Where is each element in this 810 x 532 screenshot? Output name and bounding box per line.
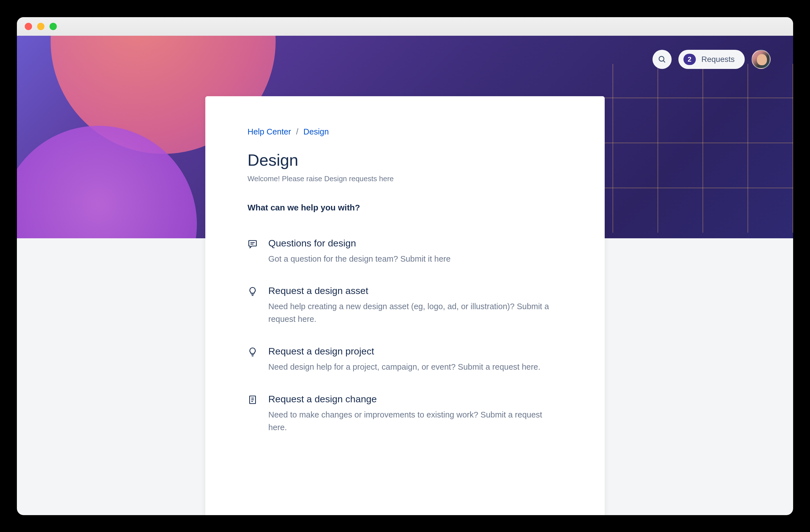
svg-point-0 xyxy=(659,56,664,61)
breadcrumb-separator: / xyxy=(296,127,298,136)
breadcrumb: Help Center / Design xyxy=(247,127,563,136)
lightbulb-icon xyxy=(247,347,258,357)
page-title: Design xyxy=(247,150,563,170)
window-maximize-button[interactable] xyxy=(49,23,57,30)
request-content: Request a design project Need design hel… xyxy=(268,346,563,373)
application-window: 2 Requests Help Center / Design Design W… xyxy=(17,17,793,515)
svg-line-1 xyxy=(663,61,665,62)
request-item-questions[interactable]: Questions for design Got a question for … xyxy=(247,238,563,265)
document-icon xyxy=(247,395,258,405)
help-heading: What can we help you with? xyxy=(247,203,563,212)
page-subtitle: Welcome! Please raise Design requests he… xyxy=(247,174,563,183)
breadcrumb-root-link[interactable]: Help Center xyxy=(247,127,291,136)
request-content: Questions for design Got a question for … xyxy=(268,238,563,265)
user-avatar[interactable] xyxy=(751,50,771,69)
requests-count-badge: 2 xyxy=(683,54,696,65)
window-minimize-button[interactable] xyxy=(37,23,45,30)
lightbulb-icon xyxy=(247,286,258,296)
requests-label: Requests xyxy=(701,55,735,64)
request-title: Request a design change xyxy=(268,393,563,405)
request-content: Request a design asset Need help creatin… xyxy=(268,285,563,325)
request-title: Request a design project xyxy=(268,346,563,357)
request-item-asset[interactable]: Request a design asset Need help creatin… xyxy=(247,285,563,325)
content-area: 2 Requests Help Center / Design Design W… xyxy=(17,36,793,515)
window-close-button[interactable] xyxy=(25,23,32,30)
request-description: Need to make changes or improvements to … xyxy=(268,408,563,434)
search-button[interactable] xyxy=(652,50,671,69)
request-description: Got a question for the design team? Subm… xyxy=(268,253,563,265)
breadcrumb-current-link[interactable]: Design xyxy=(304,127,329,136)
request-item-project[interactable]: Request a design project Need design hel… xyxy=(247,346,563,373)
request-title: Request a design asset xyxy=(268,285,563,296)
requests-button[interactable]: 2 Requests xyxy=(678,50,745,69)
request-description: Need design help for a project, campaign… xyxy=(268,361,563,373)
window-titlebar xyxy=(17,17,793,36)
main-card: Help Center / Design Design Welcome! Ple… xyxy=(205,96,605,515)
header-actions: 2 Requests xyxy=(652,50,771,69)
request-content: Request a design change Need to make cha… xyxy=(268,393,563,434)
request-description: Need help creating a new design asset (e… xyxy=(268,300,563,325)
request-item-change[interactable]: Request a design change Need to make cha… xyxy=(247,393,563,434)
chat-icon xyxy=(247,239,258,249)
request-title: Questions for design xyxy=(268,238,563,249)
request-list: Questions for design Got a question for … xyxy=(247,238,563,434)
search-icon xyxy=(658,55,667,64)
